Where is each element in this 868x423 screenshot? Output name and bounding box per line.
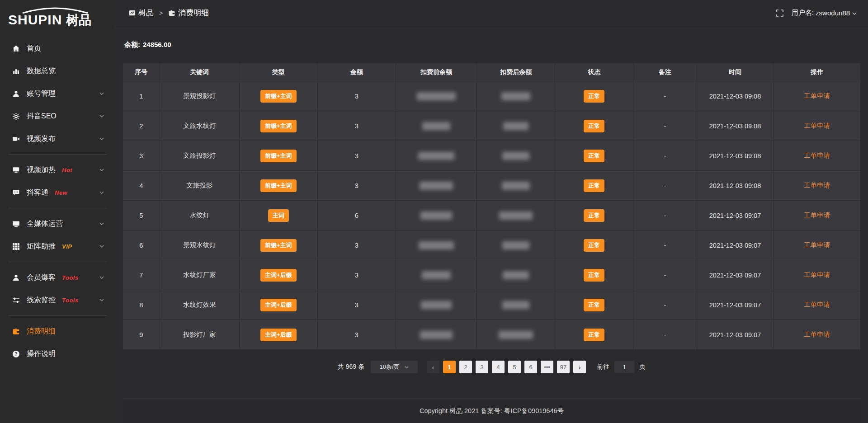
fullscreen-icon[interactable] [776,9,783,17]
cell-time: 2021-12-03 09:07 [697,290,774,320]
ticket-apply-link[interactable]: 工单申请 [804,301,830,308]
sidebar-item-sliders[interactable]: 线索监控Tools [0,289,115,311]
sidebar-item-screen-play[interactable]: 视频加热Hot [0,159,115,181]
table-header-row: 序号关键词类型金额扣费前余额扣费后余额状态备注时间操作 [123,63,861,81]
cell-balance_after [477,260,555,290]
more-pages-button[interactable]: ••• [541,361,553,373]
sidebar-item-member[interactable]: 会员爆客Tools [0,266,115,289]
sidebar-item-video[interactable]: 视频发布 [0,127,115,150]
ticket-apply-link[interactable]: 工单申请 [804,152,830,159]
sidebar-item-chat[interactable]: 抖客通New [0,181,115,204]
page-button-6[interactable]: 6 [524,361,537,373]
column-header-seq: 序号 [123,63,160,81]
cell-seq: 8 [123,290,160,320]
sidebar-item-label: 账号管理 [27,89,56,99]
cell-balance_before [396,260,477,290]
sidebar-item-question[interactable]: ?操作说明 [0,343,115,365]
cell-action: 工单申请 [774,290,861,320]
cell-seq: 1 [123,81,160,111]
cell-remark: - [633,201,697,230]
cell-remark: - [633,111,697,141]
footer: Copyright 树品 2021 备案号: 粤ICP备09019646号 [123,399,861,423]
svg-text:?: ? [14,352,17,357]
chevron-down-icon [99,275,104,280]
table-row: 1景观投影灯前缀+主词3正常-2021-12-03 09:08工单申请 [123,81,861,111]
masked-balance-before [419,241,454,249]
cell-remark: - [633,320,697,350]
cell-status: 正常 [555,320,633,350]
page-button-97[interactable]: 97 [557,361,570,373]
cell-type: 前缀+主词 [239,111,317,141]
type-badge: 主词+后缀 [260,269,297,282]
ticket-apply-link[interactable]: 工单申请 [804,331,830,338]
ticket-apply-link[interactable]: 工单申请 [804,182,830,189]
sidebar-item-chart[interactable]: 数据总览 [0,60,115,82]
remark-text: - [664,272,666,279]
sidebar-item-wallet[interactable]: 消费明细 [0,320,115,343]
column-header-time: 时间 [697,63,774,81]
ticket-apply-link[interactable]: 工单申请 [804,271,830,278]
page-button-5[interactable]: 5 [508,361,521,373]
goto-page-input[interactable] [614,361,635,373]
consumption-table: 序号关键词类型金额扣费前余额扣费后余额状态备注时间操作 1景观投影灯前缀+主词3… [123,63,861,350]
page-button-1[interactable]: 1 [443,361,456,373]
page-button-3[interactable]: 3 [476,361,488,373]
masked-balance-after [502,241,529,249]
cell-type: 主词+后缀 [239,260,317,290]
breadcrumb-root[interactable]: 树品 [138,8,154,18]
page-size-select[interactable]: 10条/页 [371,361,418,373]
type-badge: 前缀+主词 [260,239,297,252]
page-button-2[interactable]: 2 [459,361,472,373]
sidebar-item-monitor[interactable]: 全媒体运营 [0,212,115,235]
chevron-down-icon [99,221,104,226]
cell-balance_after [477,320,555,350]
sidebar-item-label: 消费明细 [27,327,56,336]
sidebar-item-home[interactable]: 首页 [0,37,115,60]
masked-balance-before [420,212,452,220]
masked-balance-before [420,182,453,190]
cell-remark: - [633,81,697,111]
column-header-amount: 金额 [317,63,396,81]
status-badge: 正常 [584,120,604,132]
cell-seq: 2 [123,111,160,141]
chevron-down-icon [99,91,104,96]
cell-amount: 3 [317,141,396,171]
masked-balance-after [502,301,529,309]
table-row: 2文旅水纹灯前缀+主词3正常-2021-12-03 09:08工单申请 [123,111,861,141]
cell-remark: - [633,141,697,171]
prev-page-button[interactable]: ‹ [427,361,439,373]
masked-balance-after [502,152,529,160]
table-row: 6景观水纹灯前缀+主词3正常-2021-12-03 09:07工单申请 [123,230,861,260]
cell-action: 工单申请 [774,230,861,260]
type-badge: 主词+后缀 [260,329,297,341]
cell-balance_after [477,81,555,111]
user-menu[interactable]: 用户名: zswodun88 [792,9,857,17]
cell-status: 正常 [555,260,633,290]
column-header-balance_after: 扣费后余额 [477,63,555,81]
ticket-apply-link[interactable]: 工单申请 [804,122,830,129]
sidebar-item-label: 线索监控 [27,296,56,305]
status-badge: 正常 [584,239,604,252]
cell-amount: 3 [317,111,396,141]
sidebar-item-label: 首页 [27,44,41,53]
logo-text-cn: 树品 [66,12,91,29]
ticket-apply-link[interactable]: 工单申请 [804,212,830,219]
cell-balance_before [396,290,477,320]
page-button-4[interactable]: 4 [492,361,505,373]
sidebar-item-user[interactable]: 账号管理 [0,82,115,105]
cell-status: 正常 [555,171,633,201]
cell-time: 2021-12-03 09:07 [697,260,774,290]
sidebar-item-gear[interactable]: 抖音SEO [0,105,115,127]
chevron-down-icon [99,297,104,303]
ticket-apply-link[interactable]: 工单申请 [804,241,830,249]
masked-balance-after [501,92,530,100]
status-badge: 正常 [584,90,604,103]
goto-label: 前往 [597,363,609,371]
next-page-button[interactable]: › [573,361,586,373]
type-badge: 主词+后缀 [260,299,297,311]
sidebar-item-grid[interactable]: 矩阵助推VIP [0,235,115,258]
cell-seq: 5 [123,201,160,230]
cell-balance_after [477,171,555,201]
ticket-apply-link[interactable]: 工单申请 [804,92,830,99]
breadcrumb-wallet-icon [168,9,175,17]
